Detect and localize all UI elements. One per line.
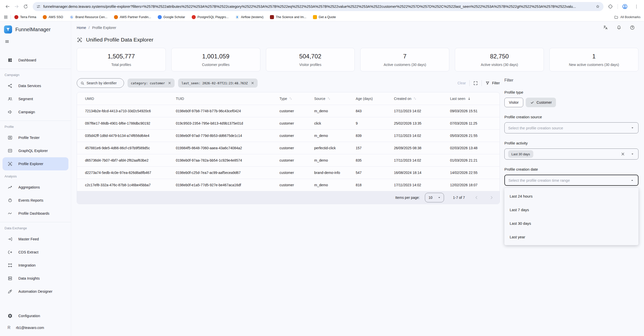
extensions-button[interactable] xyxy=(606,2,615,11)
profile-activity-select[interactable]: Last 30 days xyxy=(504,148,638,160)
activity-value-chip[interactable]: Last 30 days xyxy=(508,150,533,158)
table-row[interactable]: d65736d4-7b07-4bf7-afd4-2f62aaf63be20198… xyxy=(77,154,500,167)
bookmark-item[interactable]: G Brand Resource Cen... xyxy=(70,15,107,19)
table-row[interactable]: d2273a74-5edb-4c0e-97ea-826d8a8fb4670198… xyxy=(77,167,500,179)
address-bar[interactable]: funnelmanager.demo.teavaro.systems/profi… xyxy=(33,2,603,11)
notifications-bell-icon[interactable] xyxy=(616,25,622,30)
close-icon[interactable] xyxy=(251,81,254,85)
column-header-last-seen[interactable]: Last seen xyxy=(450,97,500,101)
sidebar-item-dashboard[interactable]: Dashboard xyxy=(3,54,68,67)
items-per-page-select[interactable]: 10 xyxy=(425,193,444,202)
code-box-icon xyxy=(8,148,13,153)
bookmark-item[interactable]: X Airflow (testenv) xyxy=(235,15,264,19)
sidebar-item-aggregations[interactable]: Aggregations xyxy=(3,181,68,194)
sidebar-item-data-insights[interactable]: Data Insights xyxy=(3,272,68,285)
creation-date-label: Profile creation date xyxy=(504,167,638,171)
table-row[interactable]: 72134b2e-fdcd-4413-a710-33d2c54920c60198… xyxy=(77,105,500,117)
table-header: UMID TUID Type Source Age (days) Created… xyxy=(77,92,500,105)
stat-card-visitor-profiles: 504,702 Visitor profiles xyxy=(266,48,355,71)
sidebar-item-events-reports[interactable]: Events Reports xyxy=(3,194,68,207)
column-header-type[interactable]: Type xyxy=(279,97,314,101)
sidebar-item-graphql-explorer[interactable]: GraphQL Explorer xyxy=(3,144,68,157)
sidebar-item-cds-extract[interactable]: CDS Extract xyxy=(3,246,68,259)
visitor-toggle-button[interactable]: Visitor xyxy=(504,98,523,107)
forward-icon xyxy=(14,4,19,9)
search-input[interactable] xyxy=(87,81,120,85)
table-row[interactable]: 035d42ff-1d8d-4479-b134-a74f656d64e40198… xyxy=(77,130,500,142)
bookmark-item[interactable]: Google Scholar xyxy=(158,15,185,19)
bookmark-star-icon[interactable] xyxy=(595,4,600,9)
sidebar-item-automation-designer[interactable]: Automation Designer xyxy=(3,285,68,298)
search-field[interactable] xyxy=(77,78,124,88)
column-header-source[interactable]: Source xyxy=(314,97,356,101)
creation-date-select[interactable]: Select the profile creation time range xyxy=(504,175,638,186)
profile-avatar-button[interactable] xyxy=(620,2,629,11)
next-page-button[interactable] xyxy=(489,195,494,200)
sidebar-item-master-feed[interactable]: Master Feed xyxy=(3,233,68,246)
customer-toggle-button[interactable]: Customer xyxy=(526,98,556,107)
forward-button[interactable] xyxy=(12,2,21,11)
sidebar-item-segment[interactable]: Segment xyxy=(3,92,68,105)
url-text[interactable]: funnelmanager.demo.teavaro.systems/profi… xyxy=(43,5,593,9)
sort-icon[interactable] xyxy=(327,97,331,100)
sort-descending-icon[interactable] xyxy=(467,97,471,101)
nodes-icon xyxy=(8,263,13,268)
favicon xyxy=(43,15,47,19)
bookmark-item[interactable]: PostgreSQL Playgro... xyxy=(192,15,229,19)
profile-type-label: Profile type xyxy=(504,90,638,94)
bookmark-item[interactable]: Get a Quote xyxy=(313,15,336,19)
dashboard-icon xyxy=(8,58,13,63)
server-stack-icon xyxy=(8,276,13,281)
sidebar-item-profile-tester[interactable]: Profile Tester xyxy=(3,131,68,144)
sidebar-nav: Dashboard Campaign Data Services Segment… xyxy=(0,45,71,309)
avatar-icon xyxy=(622,4,628,10)
favicon: X xyxy=(235,15,239,19)
bookmark-item[interactable]: Terra Firma xyxy=(14,15,36,19)
stat-card-active-customers: 7 Active customers (30 days) xyxy=(360,48,449,71)
table-row[interactable]: 457881e6-9de5-4d66-86cf-c97b9f589d5c0199… xyxy=(77,142,500,154)
bookmark-item[interactable]: AWS Partner Fundin... xyxy=(114,15,151,19)
browser-menu-button[interactable] xyxy=(632,2,641,11)
tune-icon[interactable] xyxy=(36,4,41,9)
apps-grid-icon[interactable] xyxy=(4,15,8,19)
sidebar-item-configuration[interactable]: Configuration xyxy=(3,309,68,322)
sidebar-item-profile-dashboards[interactable]: Profile Dashboards xyxy=(3,207,68,220)
previous-page-button[interactable] xyxy=(474,195,479,200)
fullscreen-icon[interactable] xyxy=(473,81,478,86)
sort-icon[interactable] xyxy=(289,97,293,100)
dropdown-option-last-30-days[interactable]: Last 30 days xyxy=(504,216,638,230)
table-row[interactable]: c2c17ef8-332a-476c-87b8-1c46be45bba70198… xyxy=(77,179,500,191)
dropdown-option-last-7-days[interactable]: Last 7 days xyxy=(504,203,638,216)
chevron-up-icon xyxy=(630,178,634,182)
breadcrumb-home[interactable]: Home xyxy=(77,26,86,30)
sidebar-item-profile-explorer[interactable]: Profile Explorer xyxy=(3,157,68,170)
bookmark-item[interactable]: The Science and Im... xyxy=(270,15,306,19)
dropdown-option-last-24-hours[interactable]: Last 24 hours xyxy=(504,189,638,203)
sidebar-item-integration[interactable]: Integration xyxy=(3,259,68,272)
all-bookmarks-button[interactable]: All Bookmarks xyxy=(614,15,640,19)
sort-icon[interactable] xyxy=(413,97,417,100)
bookmark-item[interactable]: AWS SSO xyxy=(43,15,63,19)
hub-icon xyxy=(8,83,13,88)
donut-chart-icon xyxy=(8,198,13,203)
creation-source-select[interactable]: Select the profile creation source xyxy=(504,122,638,133)
translate-icon[interactable] xyxy=(603,25,608,30)
close-icon[interactable] xyxy=(168,81,171,85)
stat-card-new-active-customers: 1 New active customers (30 days) xyxy=(549,48,638,71)
user-account[interactable]: R rb1@teavaro.com xyxy=(0,322,71,333)
app-logo[interactable]: FunnelManager xyxy=(0,21,71,35)
clear-filters-button[interactable]: Clear xyxy=(457,81,466,85)
column-header-created-on[interactable]: Created on xyxy=(394,97,450,101)
sidebar-collapse-button[interactable] xyxy=(0,35,71,45)
help-icon[interactable] xyxy=(630,25,635,30)
back-button[interactable] xyxy=(3,2,12,11)
reload-button[interactable] xyxy=(21,2,30,11)
sidebar-item-campaign[interactable]: Campaign xyxy=(3,105,68,119)
sidebar-footer: Configuration R rb1@teavaro.com xyxy=(0,309,71,336)
table-row[interactable]: 097f6e17-88db-4901-bf6e-1788dbc90192019c… xyxy=(77,117,500,130)
sidebar-item-data-services[interactable]: Data Services xyxy=(3,79,68,92)
filter-toggle-button[interactable]: Filter xyxy=(485,81,500,85)
filter-chip-category[interactable]: category: customer xyxy=(128,79,175,88)
dropdown-option-last-year[interactable]: Last year xyxy=(504,230,638,244)
filter-chip-last-seen[interactable]: last_seen: 2026-02-07T21:23:48.763Z xyxy=(178,79,257,88)
